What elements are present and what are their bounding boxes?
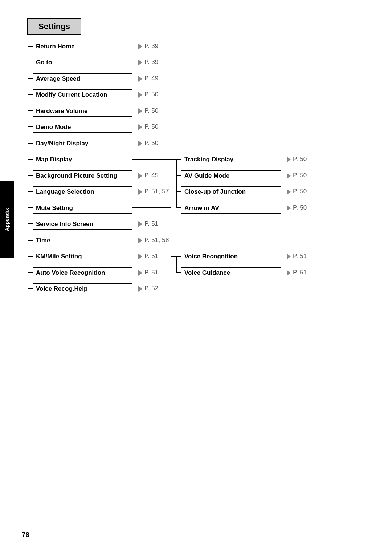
- tree-connector: [171, 207, 171, 257]
- page-ref: P. 50: [293, 188, 307, 195]
- menu-item-mute-setting: Mute Setting: [33, 203, 132, 214]
- submenu-item-close-up-junction: Close-up of Junction: [181, 186, 281, 197]
- menu-item-average-speed: Average Speed: [33, 73, 132, 84]
- item-label: Hardware Volume: [36, 108, 87, 115]
- page-number: 78: [22, 531, 29, 539]
- item-label: Average Speed: [36, 75, 80, 82]
- page-ref: P. 49: [144, 75, 159, 82]
- menu-item-map-display: Map Display: [33, 154, 132, 165]
- tree-connector: [28, 272, 33, 273]
- menu-item-return-home: Return Home: [33, 41, 132, 52]
- page-ref: P. 39: [144, 58, 159, 66]
- tree-connector: [28, 207, 33, 208]
- submenu-item-voice-guidance: Voice Guidance: [181, 267, 281, 278]
- page-ref: P. 52: [144, 285, 159, 292]
- item-label: Voice Guidance: [184, 269, 230, 277]
- menu-item-background-picture: Background Picture Setting: [33, 170, 132, 181]
- arrow-icon: [138, 92, 142, 98]
- tree-connector: [176, 175, 181, 176]
- arrow-icon: [138, 286, 142, 292]
- section-header-settings: Settings: [27, 18, 81, 35]
- menu-item-km-mile: KM/Mile Setting: [33, 251, 132, 262]
- tree-connector: [176, 159, 177, 208]
- tree-connector: [28, 288, 33, 289]
- tree-connector: [171, 256, 176, 257]
- tree-connector: [176, 256, 181, 257]
- tree-connector: [28, 256, 33, 257]
- page-ref: P. 51: [293, 253, 307, 260]
- page-ref: P. 51, 58: [144, 237, 169, 244]
- side-tab-label: Appendix: [4, 208, 10, 231]
- arrow-icon: [287, 173, 291, 179]
- page-ref: P. 45: [144, 172, 159, 179]
- arrow-icon: [287, 189, 291, 195]
- item-label: Return Home: [36, 43, 75, 50]
- tree-connector: [28, 143, 33, 144]
- menu-item-auto-voice-recognition: Auto Voice Recognition: [33, 267, 132, 278]
- tree-connector: [132, 207, 171, 208]
- tree-connector: [28, 46, 33, 47]
- menu-item-service-info: Service Info Screen: [33, 219, 132, 230]
- item-label: Close-up of Junction: [184, 188, 246, 195]
- page-ref: P. 50: [144, 107, 159, 114]
- tree-connector: [28, 159, 33, 160]
- menu-item-voice-recog-help: Voice Recog.Help: [33, 283, 132, 294]
- arrow-icon: [138, 254, 142, 259]
- item-label: Voice Recog.Help: [36, 285, 87, 292]
- item-label: Modify Current Location: [36, 91, 107, 98]
- tree-connector: [176, 159, 181, 160]
- tree-connector: [176, 272, 181, 273]
- manual-page: Settings Appendix Return Home P. 39 Go t…: [0, 0, 392, 557]
- tree-connector: [28, 110, 33, 111]
- item-label: Service Info Screen: [36, 221, 93, 228]
- submenu-item-tracking-display: Tracking Display: [181, 154, 281, 165]
- tree-connector: [132, 159, 176, 160]
- item-label: Go to: [36, 59, 52, 66]
- arrow-icon: [138, 270, 142, 276]
- tree-connector: [28, 240, 33, 241]
- page-ref: P. 50: [144, 140, 159, 147]
- page-ref: P. 51: [144, 253, 159, 260]
- arrow-icon: [138, 173, 142, 179]
- menu-item-language-selection: Language Selection: [33, 186, 132, 197]
- submenu-item-voice-recognition: Voice Recognition: [181, 251, 281, 262]
- page-ref: P. 51: [144, 269, 159, 276]
- side-tab-appendix: Appendix: [0, 181, 14, 258]
- page-ref: P. 50: [293, 156, 307, 163]
- page-ref: P. 51: [293, 269, 307, 276]
- arrow-icon: [138, 141, 142, 146]
- item-label: Auto Voice Recognition: [36, 269, 105, 277]
- item-label: Demo Mode: [36, 124, 71, 131]
- menu-item-modify-current-location: Modify Current Location: [33, 89, 132, 100]
- arrow-icon: [138, 221, 142, 227]
- arrow-icon: [138, 124, 142, 130]
- page-ref: P. 39: [144, 43, 159, 50]
- item-label: Map Display: [36, 156, 72, 163]
- tree-connector: [28, 126, 33, 127]
- page-ref: P. 51: [144, 220, 159, 227]
- tree-connector: [28, 34, 28, 288]
- page-ref: P. 51, 57: [144, 188, 169, 195]
- tree-connector: [28, 94, 33, 95]
- item-label: Mute Setting: [36, 205, 73, 212]
- arrow-icon: [287, 270, 291, 276]
- arrow-icon: [287, 157, 291, 162]
- arrow-icon: [287, 205, 291, 211]
- arrow-icon: [138, 238, 142, 243]
- page-ref: P. 50: [144, 91, 159, 98]
- menu-item-time: Time: [33, 235, 132, 246]
- tree-connector: [176, 191, 181, 192]
- menu-item-go-to: Go to: [33, 57, 132, 68]
- item-label: Tracking Display: [184, 156, 233, 163]
- item-label: Day/Night Display: [36, 140, 89, 147]
- arrow-icon: [138, 60, 142, 65]
- page-ref: P. 50: [293, 204, 307, 211]
- menu-item-demo-mode: Demo Mode: [33, 122, 132, 133]
- arrow-icon: [287, 254, 291, 259]
- submenu-item-av-guide-mode: AV Guide Mode: [181, 170, 281, 181]
- arrow-icon: [138, 44, 142, 49]
- item-label: Voice Recognition: [184, 253, 238, 260]
- arrow-icon: [138, 108, 142, 114]
- tree-connector: [28, 223, 33, 224]
- item-label: Language Selection: [36, 188, 94, 195]
